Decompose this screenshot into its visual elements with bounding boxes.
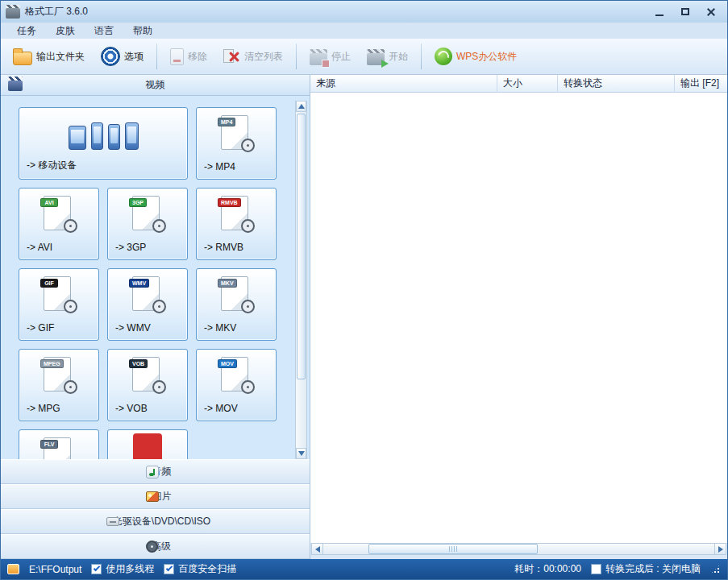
vertical-scroll-thumb[interactable] bbox=[297, 114, 306, 379]
section-picture[interactable]: 图片 bbox=[1, 484, 310, 509]
toolbar-separator bbox=[421, 44, 422, 69]
checkbox-checked-icon bbox=[164, 564, 174, 574]
target-vob[interactable]: VOB -> VOB bbox=[107, 349, 188, 421]
gif-file-icon: GIF bbox=[40, 276, 77, 314]
options-label: 选项 bbox=[124, 50, 144, 64]
scroll-left-button[interactable] bbox=[311, 543, 323, 555]
film-reel-icon bbox=[241, 139, 255, 152]
film-reel-icon bbox=[241, 219, 255, 233]
target-label: -> VOB bbox=[115, 403, 148, 414]
column-size[interactable]: 大小 bbox=[497, 75, 558, 93]
horizontal-scrollbar[interactable] bbox=[311, 543, 726, 555]
film-reel-icon bbox=[64, 380, 77, 394]
target-rmvb[interactable]: RMVB -> RMVB bbox=[196, 188, 277, 260]
multithread-checkbox[interactable]: 使用多线程 bbox=[91, 562, 154, 576]
task-list[interactable] bbox=[310, 93, 727, 543]
statusbar-right: 耗时：00:00:00 转换完成后 : 关闭电脑 bbox=[514, 562, 721, 576]
output-folder-status-icon[interactable] bbox=[7, 564, 19, 574]
format-badge: MKV bbox=[218, 279, 237, 288]
column-output[interactable]: 输出 [F2] bbox=[675, 75, 727, 93]
titlebar: 格式工厂 3.6.0 bbox=[1, 1, 727, 23]
wps-office-button[interactable]: WPS办公软件 bbox=[427, 41, 524, 72]
horizontal-scroll-thumb[interactable] bbox=[368, 544, 538, 554]
minimize-button[interactable] bbox=[648, 4, 671, 20]
menu-skin[interactable]: 皮肤 bbox=[46, 23, 85, 39]
options-button[interactable]: 选项 bbox=[94, 41, 151, 72]
target-mov[interactable]: MOV -> MOV bbox=[196, 349, 277, 421]
scroll-down-button[interactable] bbox=[296, 448, 306, 459]
stop-button[interactable]: 停止 bbox=[302, 41, 358, 72]
target-3gp[interactable]: 3GP -> 3GP bbox=[107, 188, 188, 260]
shutdown-label: 转换完成后 : 关闭电脑 bbox=[605, 562, 701, 576]
remove-button[interactable]: 移除 bbox=[163, 41, 214, 72]
output-folder-button[interactable]: 输出文件夹 bbox=[6, 41, 92, 72]
video-section-icon bbox=[8, 81, 23, 91]
film-reel-icon bbox=[152, 300, 166, 313]
statusbar: E:\FFOutput 使用多线程 百度安全扫描 耗时：00:00:00 转换完… bbox=[1, 559, 727, 579]
mov-file-icon: MOV bbox=[218, 356, 255, 395]
vertical-scrollbar[interactable] bbox=[295, 101, 307, 459]
target-gif[interactable]: GIF -> GIF bbox=[19, 268, 99, 341]
menu-language[interactable]: 语言 bbox=[85, 23, 123, 39]
task-panel: 来源 大小 转换状态 输出 [F2] bbox=[310, 75, 727, 559]
start-button[interactable]: 开始 bbox=[360, 41, 415, 72]
target-avi[interactable]: AVI -> AVI bbox=[19, 188, 99, 260]
target-label: -> AVI bbox=[27, 242, 52, 253]
film-reel-icon bbox=[64, 300, 77, 313]
target-mpg[interactable]: MPEG -> MPG bbox=[19, 349, 99, 421]
rom-section-label: 光驱设备\DVD\CD\ISO bbox=[113, 515, 210, 528]
scroll-up-button[interactable] bbox=[296, 101, 306, 112]
video-targets-grid: -> 移动设备 MP4 -> MP4 AVI bbox=[1, 96, 310, 459]
clear-list-icon bbox=[223, 48, 240, 65]
section-audio[interactable]: 音频 bbox=[1, 459, 310, 484]
start-icon bbox=[367, 53, 385, 65]
format-badge: 3GP bbox=[129, 198, 147, 207]
output-path[interactable]: E:\FFOutput bbox=[29, 564, 81, 575]
column-status[interactable]: 转换状态 bbox=[558, 75, 675, 93]
menu-help[interactable]: 帮助 bbox=[123, 23, 162, 39]
arrow-up-icon bbox=[298, 104, 305, 109]
task-table-header: 来源 大小 转换状态 输出 [F2] bbox=[310, 75, 727, 93]
maximize-icon bbox=[681, 8, 689, 15]
3gp-file-icon: 3GP bbox=[129, 195, 166, 234]
wps-icon bbox=[435, 48, 452, 65]
target-mp4[interactable]: MP4 -> MP4 bbox=[196, 107, 277, 180]
film-reel-icon bbox=[152, 219, 166, 233]
close-button[interactable] bbox=[700, 4, 722, 20]
maximize-button[interactable] bbox=[674, 4, 697, 20]
film-reel-icon bbox=[241, 300, 255, 313]
checkbox-unchecked-icon bbox=[591, 564, 601, 574]
security-scan-checkbox[interactable]: 百度安全扫描 bbox=[164, 562, 236, 576]
target-swf[interactable] bbox=[107, 429, 188, 459]
film-reel-icon bbox=[152, 380, 166, 394]
arrow-down-icon bbox=[298, 451, 305, 456]
clear-list-label: 清空列表 bbox=[244, 50, 283, 64]
mp4-file-icon: MP4 bbox=[218, 114, 255, 153]
target-label: -> 移动设备 bbox=[27, 159, 77, 172]
target-flv[interactable]: FLV bbox=[19, 429, 99, 459]
flash-icon bbox=[133, 433, 162, 459]
app-window: 格式工厂 3.6.0 任务 皮肤 语言 帮助 输出文件夹 选项 移除 清空列表 bbox=[0, 0, 728, 580]
scroll-right-button[interactable] bbox=[714, 543, 726, 555]
wps-label: WPS办公软件 bbox=[456, 50, 517, 64]
column-source[interactable]: 来源 bbox=[310, 75, 497, 93]
target-label: -> GIF bbox=[27, 322, 54, 334]
resize-grip[interactable] bbox=[710, 564, 721, 574]
toolbar: 输出文件夹 选项 移除 清空列表 停止 开始 WPS办公软件 bbox=[1, 39, 727, 75]
video-section-label: 视频 bbox=[146, 78, 165, 92]
shutdown-checkbox[interactable]: 转换完成后 : 关闭电脑 bbox=[591, 562, 701, 576]
app-logo-icon bbox=[6, 8, 20, 19]
target-wmv[interactable]: WMV -> WMV bbox=[107, 268, 188, 341]
disc-drive-icon bbox=[106, 517, 119, 526]
avi-file-icon: AVI bbox=[40, 195, 77, 234]
section-video-header[interactable]: 视频 bbox=[1, 75, 310, 96]
target-mobile-device[interactable]: -> 移动设备 bbox=[19, 107, 188, 180]
menu-tasks[interactable]: 任务 bbox=[7, 23, 46, 39]
section-advanced[interactable]: 高级 bbox=[1, 534, 310, 559]
output-folder-label: 输出文件夹 bbox=[36, 50, 85, 64]
clear-list-button[interactable]: 清空列表 bbox=[216, 41, 290, 72]
target-mkv[interactable]: MKV -> MKV bbox=[196, 268, 277, 341]
target-label: -> MOV bbox=[204, 403, 238, 414]
section-rom-device[interactable]: 光驱设备\DVD\CD\ISO bbox=[1, 509, 310, 534]
stop-label: 停止 bbox=[331, 50, 351, 64]
